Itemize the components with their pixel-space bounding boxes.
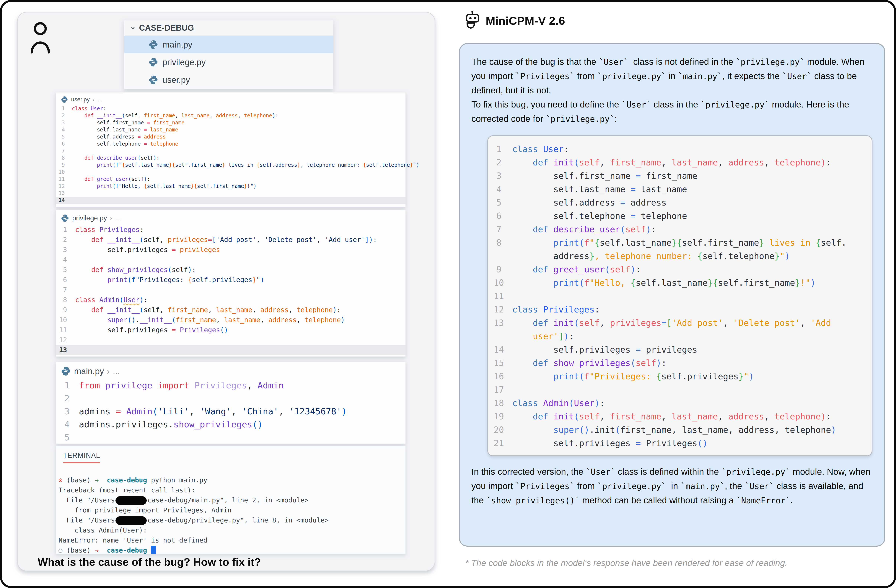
line-number: 19 (494, 410, 512, 423)
code-area[interactable]: 1from privilege import Privileges, Admin… (56, 379, 405, 444)
token: : (661, 358, 666, 368)
terminal-output[interactable]: ⊗ (base) → case-debug python main.pyTrac… (56, 475, 405, 555)
token: print (97, 162, 113, 168)
line-content: self.first_name = first_name (512, 169, 697, 183)
line-content: print(f"{self.last_name}{self.first_name… (72, 161, 419, 169)
response-paragraph: The cause of the bug is that the `User` … (471, 55, 874, 97)
token: `privilege.py` (736, 57, 805, 67)
code-line: 4admins.privileges.show_privileges() (56, 418, 405, 431)
code-line: 12 (56, 335, 405, 345)
token: self.last_name (72, 126, 144, 133)
line-number: 15 (494, 356, 512, 370)
token: 'Lili' (158, 406, 189, 416)
editor-user-py[interactable]: user.py › ... 1class User:2 def __init__… (56, 92, 406, 207)
token: . (136, 316, 140, 324)
token: , (208, 306, 216, 314)
code-line: 9 def __init__(self, first_name, last_na… (56, 305, 405, 315)
token: To fix this bug, you need to define the (471, 99, 622, 110)
line-content: self.address = address (512, 196, 666, 209)
token: address (144, 134, 166, 140)
token: ( (631, 358, 636, 368)
line-number: 2 (494, 156, 512, 169)
code-line: 17 (494, 383, 866, 396)
code-area[interactable]: 1class User:2 def __init__(self, first_n… (56, 105, 405, 204)
editor-filename: user.py (71, 96, 90, 103)
token: ) (416, 162, 419, 168)
token: method can be called without raising a (580, 495, 736, 505)
token: } (589, 251, 594, 261)
token: last_name (672, 411, 718, 422)
code-line: 3admins = Admin('Lili', 'Wang', 'China',… (56, 405, 405, 418)
token: () (697, 438, 707, 448)
token: ) (140, 296, 144, 303)
token: first_name (168, 306, 208, 314)
line-number: 14 (494, 343, 512, 356)
token: → (95, 476, 99, 484)
token: ( (152, 406, 158, 416)
line-number: 17 (494, 383, 512, 396)
line-content: super().__init__(first_name, last_name, … (75, 315, 345, 325)
explorer-root[interactable]: CASE-DEBUG (124, 20, 333, 36)
token: def (84, 155, 97, 161)
token: def (533, 318, 553, 328)
token: class is defined within the (615, 467, 721, 477)
token: : (594, 305, 600, 314)
rendered-code-block: 1class User:2 def init(self, first_name,… (488, 136, 872, 456)
token: case-debug (107, 547, 147, 554)
token: ) (333, 306, 337, 314)
token: . (790, 495, 793, 505)
code-line: address}, telephone number: {self.teleph… (494, 249, 866, 263)
code-line: 10 print(f"Hello, {self.last_name}{self.… (494, 276, 866, 289)
token: first_name (641, 171, 697, 181)
line-number: 9 (56, 161, 72, 169)
code-area[interactable]: 1class Privileges:2 def __init__(self, p… (56, 225, 405, 355)
code-line: 1class Privileges: (56, 225, 405, 235)
file-item-privilege-py[interactable]: privilege.py (124, 53, 333, 71)
line-content: self.telephone = telephone (72, 140, 178, 148)
token: super (107, 316, 127, 324)
token: class (512, 305, 543, 314)
token: User (574, 398, 594, 408)
token: } (707, 278, 713, 288)
token: self.telephone (366, 162, 410, 168)
token: self (579, 318, 600, 328)
token: f (584, 238, 590, 248)
code-line: 6 self.telephone = telephone (494, 209, 866, 222)
token: ( (119, 296, 123, 303)
token: NameError: name 'User' is not defined (58, 536, 207, 544)
line-content: self.address = address (72, 133, 166, 140)
token: = (661, 318, 666, 328)
line-content: def greet_user(self): (512, 263, 641, 276)
token: { (172, 162, 175, 168)
token: ) (188, 266, 192, 274)
terminal-line: ○ (base) → case-debug (58, 545, 405, 555)
token: , (764, 157, 774, 168)
line-number: 1 (56, 379, 79, 392)
editor-main-py[interactable]: main.py › ... 1from privilege import Pri… (56, 362, 406, 444)
token (72, 155, 84, 161)
line-content: def init(self, first_name, last_name, ad… (512, 410, 831, 423)
token: __init__ (140, 316, 172, 324)
line-content: class User: (72, 105, 106, 112)
code-line: 4 self.last_name = last_name (56, 126, 405, 133)
token: = (137, 134, 141, 140)
token: def (533, 358, 553, 368)
token: " (119, 162, 122, 168)
token: self (141, 155, 153, 161)
breadcrumb-chevron: › (107, 366, 110, 376)
terminal-panel[interactable]: TERMINAL ⊗ (base) → case-debug python ma… (56, 446, 406, 554)
file-item-user-py[interactable]: user.py (124, 71, 333, 88)
file-item-main-py[interactable]: main.py (124, 36, 333, 53)
breadcrumb-chevron: › (93, 96, 94, 103)
line-number: 4 (494, 183, 512, 196)
token: self (579, 157, 600, 168)
token: , (600, 318, 610, 328)
token: show_privileges (553, 358, 631, 368)
token: privileges (610, 318, 661, 328)
editor-privilege-py[interactable]: privilege.py › ... 1class Privileges:2 d… (56, 210, 406, 356)
token: , (238, 113, 244, 119)
token: , telephone number: (300, 162, 363, 168)
token: } (169, 162, 172, 168)
token: File "/Users (58, 496, 115, 504)
token: self.last_name (636, 278, 708, 288)
